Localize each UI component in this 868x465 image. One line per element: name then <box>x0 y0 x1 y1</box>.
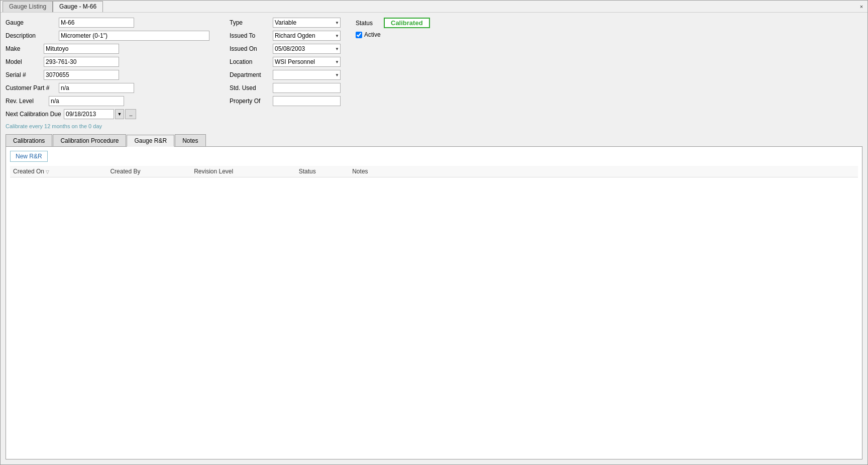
customer-part-input[interactable] <box>59 83 134 93</box>
location-label: Location <box>230 58 270 65</box>
tabs-bar: Calibrations Calibration Procedure Gauge… <box>6 134 862 147</box>
make-input[interactable] <box>44 44 119 54</box>
status-label: Status <box>356 20 381 27</box>
description-label: Description <box>6 32 56 39</box>
std-used-input[interactable] <box>273 83 341 93</box>
next-cal-row: Next Calibration Due ▼ ... <box>6 109 209 119</box>
tab-gauge-m66[interactable]: Gauge - M-66 <box>53 1 103 12</box>
issued-on-row: Issued On 05/08/2003 <box>230 44 341 54</box>
issued-to-label: Issued To <box>230 32 270 39</box>
make-label: Make <box>6 45 41 52</box>
property-of-input[interactable] <box>273 96 341 106</box>
rnr-table: Created On Created By Revision Level Sta… <box>10 166 858 177</box>
next-cal-ellipsis-button[interactable]: ... <box>125 109 136 119</box>
rev-level-input[interactable] <box>49 96 124 106</box>
issued-to-select[interactable]: Richard Ogden <box>273 31 341 41</box>
customer-part-label: Customer Part # <box>6 84 56 91</box>
tab-notes[interactable]: Notes <box>175 134 205 146</box>
tab-calibration-procedure[interactable]: Calibration Procedure <box>53 134 126 146</box>
col-notes[interactable]: Notes <box>349 166 858 177</box>
type-select[interactable]: Variable Attribute <box>273 18 341 28</box>
status-row: Status Calibrated <box>356 18 430 28</box>
left-form-col: Gauge Description Make Model Serial # <box>6 18 209 129</box>
main-window: Gauge Listing Gauge - M-66 × Gauge Descr… <box>0 0 868 465</box>
description-input[interactable] <box>59 31 209 41</box>
new-rnr-button[interactable]: New R&R <box>10 151 48 162</box>
model-label: Model <box>6 58 41 65</box>
property-of-row: Property Of <box>230 96 341 106</box>
gauge-input[interactable] <box>59 18 134 28</box>
issued-on-select[interactable]: 05/08/2003 <box>273 44 341 54</box>
status-section: Status Calibrated Active <box>351 18 430 129</box>
status-badge[interactable]: Calibrated <box>384 18 430 28</box>
close-button[interactable]: × <box>857 3 865 11</box>
tab-gauge-rnr[interactable]: Gauge R&R <box>127 135 174 147</box>
department-label: Department <box>230 71 270 78</box>
col-created-on[interactable]: Created On <box>10 166 107 177</box>
calib-hint: Calibrate every 12 months on the 0 day <box>6 123 209 129</box>
serial-row: Serial # <box>6 70 209 80</box>
next-cal-label: Next Calibration Due <box>6 111 61 118</box>
location-select-wrapper: WSI Personnel <box>273 57 341 67</box>
customer-part-row: Customer Part # <box>6 83 209 93</box>
form-section: Gauge Description Make Model Serial # <box>6 18 862 129</box>
model-input[interactable] <box>44 57 119 67</box>
serial-label: Serial # <box>6 71 41 78</box>
department-select-wrapper <box>273 70 341 80</box>
col-created-by[interactable]: Created By <box>107 166 191 177</box>
active-label: Active <box>364 31 381 38</box>
issued-on-select-wrapper: 05/08/2003 <box>273 44 341 54</box>
active-row: Active <box>356 31 430 38</box>
next-cal-dropdown-button[interactable]: ▼ <box>115 109 124 119</box>
location-select[interactable]: WSI Personnel <box>273 57 341 67</box>
model-row: Model <box>6 57 209 67</box>
make-row: Make <box>6 44 209 54</box>
title-tabs: Gauge Listing Gauge - M-66 <box>3 1 103 12</box>
type-select-wrapper: Variable Attribute <box>273 18 341 28</box>
issued-to-select-wrapper: Richard Ogden <box>273 31 341 41</box>
main-content: Gauge Description Make Model Serial # <box>1 13 867 464</box>
serial-input[interactable] <box>44 70 119 80</box>
next-cal-input[interactable] <box>64 109 114 119</box>
property-of-label: Property Of <box>230 98 270 105</box>
gauge-row: Gauge <box>6 18 209 28</box>
type-label: Type <box>230 19 270 26</box>
department-row: Department <box>230 70 341 80</box>
department-select[interactable] <box>273 70 341 80</box>
tab-gauge-listing[interactable]: Gauge Listing <box>3 1 53 12</box>
tab-calibrations[interactable]: Calibrations <box>6 134 52 146</box>
middle-form-col: Type Variable Attribute Issued To Richar… <box>230 18 341 129</box>
rev-level-label: Rev. Level <box>6 98 46 105</box>
issued-to-row: Issued To Richard Ogden <box>230 31 341 41</box>
issued-on-label: Issued On <box>230 45 270 52</box>
std-used-row: Std. Used <box>230 83 341 93</box>
type-row: Type Variable Attribute <box>230 18 341 28</box>
gauge-rnr-panel: New R&R Created On Created By Revision L… <box>6 147 862 459</box>
col-status[interactable]: Status <box>296 166 350 177</box>
title-bar: Gauge Listing Gauge - M-66 × <box>1 1 867 13</box>
location-row: Location WSI Personnel <box>230 57 341 67</box>
gauge-label: Gauge <box>6 19 56 26</box>
active-checkbox[interactable] <box>356 32 362 38</box>
col-revision-level[interactable]: Revision Level <box>191 166 295 177</box>
std-used-label: Std. Used <box>230 84 270 91</box>
next-cal-date-wrapper: ▼ ... <box>64 109 136 119</box>
rnr-table-header: Created On Created By Revision Level Sta… <box>10 166 858 177</box>
rev-level-row: Rev. Level <box>6 96 209 106</box>
description-row: Description <box>6 31 209 41</box>
